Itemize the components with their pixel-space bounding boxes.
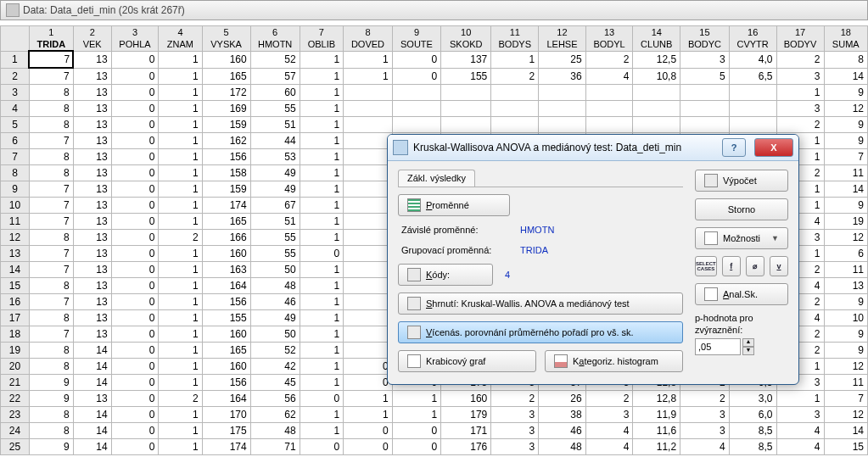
cell[interactable]: 13 (73, 165, 111, 181)
col-header-bodys[interactable]: 11BODYS (491, 26, 539, 52)
cell[interactable] (344, 117, 393, 133)
row-header[interactable]: 1 (1, 51, 30, 68)
cell[interactable]: 1 (159, 181, 202, 198)
cell[interactable]: 3 (585, 407, 633, 423)
cell[interactable]: 7 (29, 246, 73, 262)
cell[interactable]: 1 (159, 51, 202, 68)
cell[interactable]: 4,0 (729, 51, 776, 68)
boxplot-button[interactable]: Krabicový graf (398, 350, 536, 372)
cell[interactable]: 176 (441, 439, 491, 455)
cell[interactable]: 0 (111, 214, 159, 230)
cell[interactable]: 1 (159, 326, 202, 343)
cell[interactable]: 14 (73, 439, 111, 455)
cell[interactable]: 1 (344, 51, 393, 68)
cell[interactable]: 1 (300, 278, 344, 294)
cell[interactable]: 8 (29, 407, 73, 423)
cell[interactable]: 164 (202, 391, 250, 407)
row-header[interactable]: 14 (1, 262, 30, 278)
help-button[interactable]: ? (722, 138, 746, 157)
cell[interactable]: 8,5 (729, 439, 776, 455)
cell[interactable]: 55 (250, 101, 300, 117)
cell[interactable]: 46 (250, 294, 300, 310)
cell[interactable]: 71 (250, 439, 300, 455)
cell[interactable] (491, 101, 539, 117)
cell[interactable]: 49 (250, 181, 300, 198)
cell[interactable]: 4 (585, 439, 633, 455)
cell[interactable] (344, 294, 393, 310)
cell[interactable]: 13 (73, 117, 111, 133)
cell[interactable]: 13 (73, 181, 111, 198)
cell[interactable]: 0 (111, 51, 159, 68)
cell[interactable]: 1 (776, 85, 824, 101)
cell[interactable]: 52 (250, 343, 300, 359)
cell[interactable] (633, 101, 680, 117)
cell[interactable]: 0 (111, 262, 159, 278)
cell[interactable]: 166 (202, 230, 250, 246)
cell[interactable]: 1 (491, 51, 539, 68)
cell[interactable]: 2 (491, 391, 539, 407)
cell[interactable] (585, 85, 633, 101)
cell[interactable]: 1 (159, 117, 202, 133)
cell[interactable]: 13 (73, 68, 111, 85)
cell[interactable]: 0 (392, 423, 440, 439)
close-button[interactable]: X (754, 138, 793, 157)
cell[interactable]: 1 (300, 165, 344, 181)
cell[interactable]: 13 (73, 214, 111, 230)
cell[interactable] (680, 117, 730, 133)
cell[interactable]: 0 (300, 391, 344, 407)
cell[interactable] (344, 165, 393, 181)
cell[interactable]: 1 (300, 181, 344, 198)
cell[interactable]: 0 (111, 246, 159, 262)
col-header-suma[interactable]: 18SUMA (824, 26, 868, 52)
cell[interactable]: 9 (824, 294, 868, 310)
cell[interactable]: 12 (824, 101, 868, 117)
cell[interactable]: 6,5 (729, 68, 776, 85)
cell[interactable]: 1 (159, 165, 202, 181)
cell[interactable]: 1 (159, 85, 202, 101)
cell[interactable]: 1 (300, 101, 344, 117)
cell[interactable]: 15 (824, 439, 868, 455)
row-header[interactable]: 24 (1, 423, 30, 439)
cell[interactable]: 11,9 (633, 407, 680, 423)
cell[interactable]: 0 (111, 117, 159, 133)
cell[interactable]: 3 (491, 407, 539, 423)
cell[interactable]: 13 (73, 198, 111, 214)
cell[interactable]: 14 (73, 375, 111, 391)
row-header[interactable]: 19 (1, 343, 30, 359)
v-button[interactable]: v (770, 256, 788, 276)
cell[interactable]: 51 (250, 214, 300, 230)
row-header[interactable]: 7 (1, 149, 30, 165)
cell[interactable]: 0 (111, 181, 159, 198)
cell[interactable] (441, 117, 491, 133)
cell[interactable]: 160 (202, 51, 250, 68)
cell[interactable]: 2 (491, 68, 539, 85)
cell[interactable]: 9 (824, 117, 868, 133)
cell[interactable]: 2 (776, 117, 824, 133)
cell[interactable]: 156 (202, 375, 250, 391)
cell[interactable]: 1 (159, 423, 202, 439)
cell[interactable]: 9 (29, 391, 73, 407)
cell[interactable]: 13 (73, 294, 111, 310)
compute-button[interactable]: Výpočet (695, 170, 788, 192)
cell[interactable] (344, 326, 393, 343)
cell[interactable]: 162 (202, 133, 250, 149)
options-button[interactable]: Možnosti ▼ (695, 227, 788, 249)
row-header[interactable]: 16 (1, 294, 30, 310)
cell[interactable]: 1 (300, 310, 344, 326)
cell[interactable] (344, 214, 393, 230)
cell[interactable]: 3 (776, 407, 824, 423)
summary-button[interactable]: Shrnutí: Kruskal-Wallis. ANOVA a mediáno… (398, 292, 683, 315)
cell[interactable]: 8 (29, 101, 73, 117)
cell[interactable]: 0 (111, 230, 159, 246)
cell[interactable]: 55 (250, 246, 300, 262)
cell[interactable]: 2 (585, 391, 633, 407)
cell[interactable]: 1 (300, 262, 344, 278)
cell[interactable]: 0 (111, 407, 159, 423)
cell[interactable] (344, 310, 393, 326)
cell[interactable]: 13 (73, 278, 111, 294)
cell[interactable]: 3 (491, 423, 539, 439)
cell[interactable]: 1 (300, 117, 344, 133)
cell[interactable]: 8 (824, 51, 868, 68)
cell[interactable]: 3 (776, 68, 824, 85)
cell[interactable] (680, 101, 730, 117)
